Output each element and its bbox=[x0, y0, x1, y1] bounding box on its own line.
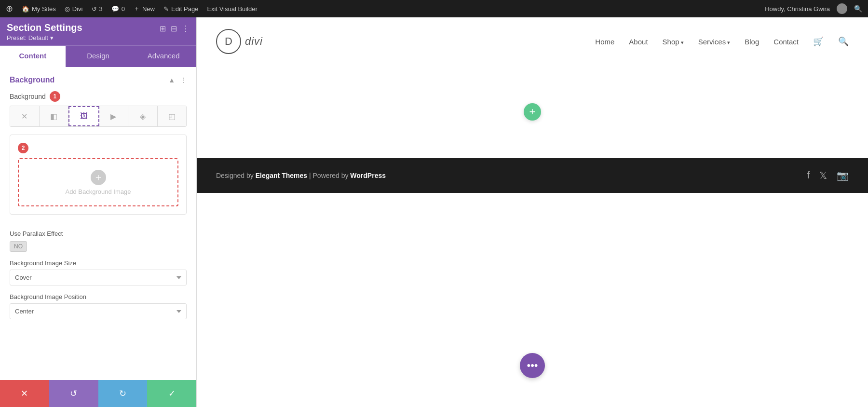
bg-type-mask[interactable]: ◰ bbox=[158, 106, 187, 126]
bg-image-icon: 🖼 bbox=[80, 112, 88, 121]
background-section-title: Background bbox=[10, 76, 54, 84]
more-options-icon[interactable]: ⋮ bbox=[182, 24, 190, 33]
logo-circle: D bbox=[216, 29, 241, 54]
wp-logo-icon[interactable]: ⊕ bbox=[6, 3, 13, 14]
new-link[interactable]: ＋ New bbox=[134, 4, 155, 13]
resize-icon[interactable]: ⊞ bbox=[160, 24, 166, 33]
parallax-section: Use Parallax Effect NO bbox=[0, 222, 196, 252]
edit-page-link[interactable]: ✎ Edit Page bbox=[163, 5, 198, 13]
bg-video-icon: ▶ bbox=[110, 112, 116, 121]
add-section-button[interactable]: + bbox=[524, 103, 541, 121]
step-1-badge: 1 bbox=[50, 91, 60, 102]
image-size-select[interactable]: Cover Contain Auto bbox=[10, 270, 187, 285]
website-preview: D divi Home About Shop Services Blog Con… bbox=[197, 17, 868, 407]
facebook-icon[interactable]: f bbox=[807, 170, 810, 181]
bg-mask-icon: ◰ bbox=[168, 112, 176, 121]
panel-header: Section Settings Preset: Default ▾ ⊞ ⊟ ⋮ bbox=[0, 17, 196, 45]
bg-type-pattern[interactable]: ◈ bbox=[128, 106, 158, 126]
nav-shop[interactable]: Shop bbox=[663, 38, 684, 46]
cancel-button[interactable]: ✕ bbox=[0, 380, 49, 407]
bg-type-video[interactable]: ▶ bbox=[99, 106, 129, 126]
background-type-buttons: ✕ ◧ 🖼 ▶ ◈ ◰ bbox=[10, 106, 187, 127]
footer-brand2: WordPress bbox=[350, 172, 386, 179]
new-icon: ＋ bbox=[134, 4, 140, 13]
nav-services[interactable]: Services bbox=[698, 38, 731, 46]
parallax-toggle-row: NO bbox=[10, 241, 187, 252]
instagram-icon[interactable]: 📷 bbox=[837, 170, 849, 181]
upload-label: Add Background Image bbox=[66, 188, 131, 195]
cart-icon[interactable]: 🛒 bbox=[813, 36, 824, 47]
step-2-badge: 2 bbox=[18, 143, 28, 153]
background-section: Background ▲ ⋮ Background 1 ✕ bbox=[0, 67, 196, 215]
my-sites-link[interactable]: 🏠 My Sites bbox=[22, 5, 56, 13]
user-avatar bbox=[837, 3, 847, 14]
bg-type-image[interactable]: 🖼 bbox=[68, 106, 99, 126]
footer-brand1: Elegant Themes bbox=[256, 172, 307, 179]
site-footer: Designed by Elegant Themes | Powered by … bbox=[197, 158, 868, 193]
nav-home[interactable]: Home bbox=[595, 38, 614, 46]
image-size-label: Background Image Size bbox=[10, 259, 187, 267]
section-header-icons: ▲ ⋮ bbox=[168, 76, 187, 84]
divi-icon: ◎ bbox=[65, 5, 70, 13]
image-size-field: Background Image Size Cover Contain Auto bbox=[10, 259, 187, 285]
tab-advanced[interactable]: Advanced bbox=[131, 46, 196, 67]
site-search-icon[interactable]: 🔍 bbox=[838, 36, 849, 47]
panel-content: Background ▲ ⋮ Background 1 ✕ bbox=[0, 67, 196, 407]
panel-tabs: Content Design Advanced bbox=[0, 45, 196, 67]
nav-contact[interactable]: Contact bbox=[773, 38, 799, 46]
panel-title: Section Settings bbox=[7, 22, 82, 33]
redo-button[interactable]: ↻ bbox=[98, 380, 148, 407]
footer-social: f 𝕏 📷 bbox=[807, 170, 849, 181]
lower-section: ••• bbox=[197, 193, 868, 407]
collapse-icon[interactable]: ▲ bbox=[168, 76, 175, 84]
panel-title-area: Section Settings Preset: Default ▾ bbox=[7, 22, 82, 41]
parallax-label: Use Parallax Effect bbox=[10, 230, 187, 237]
tab-design[interactable]: Design bbox=[66, 46, 131, 67]
tab-content[interactable]: Content bbox=[0, 46, 66, 67]
comments-link[interactable]: 💬 0 bbox=[111, 5, 125, 13]
site-nav: Home About Shop Services Blog Contact 🛒 … bbox=[595, 36, 849, 47]
add-background-image-button[interactable]: ＋ Add Background Image bbox=[18, 158, 178, 206]
image-position-select[interactable]: Center Top Left Top Center Top Right Cen… bbox=[10, 303, 187, 319]
floating-options-button[interactable]: ••• bbox=[520, 353, 545, 378]
parallax-toggle[interactable]: NO bbox=[10, 241, 27, 252]
nav-about[interactable]: About bbox=[629, 38, 648, 46]
my-sites-icon: 🏠 bbox=[22, 5, 29, 13]
panel-header-icons: ⊞ ⊟ ⋮ bbox=[160, 24, 190, 33]
bg-pattern-icon: ◈ bbox=[140, 112, 146, 121]
comments-icon: 💬 bbox=[111, 5, 119, 13]
image-position-field: Background Image Position Center Top Lef… bbox=[10, 293, 187, 319]
bg-type-none[interactable]: ✕ bbox=[10, 106, 40, 126]
main-layout: Section Settings Preset: Default ▾ ⊞ ⊟ ⋮… bbox=[0, 17, 868, 407]
exit-builder-link[interactable]: Exit Visual Builder bbox=[207, 5, 258, 13]
admin-search-icon[interactable]: 🔍 bbox=[854, 5, 862, 13]
save-button[interactable]: ✓ bbox=[147, 380, 196, 407]
admin-bar: ⊕ 🏠 My Sites ◎ Divi ↺ 3 💬 0 ＋ New ✎ Edit… bbox=[0, 0, 868, 17]
bg-color-icon: ◧ bbox=[50, 112, 57, 121]
background-label-row: Background 1 bbox=[10, 91, 187, 102]
undo-button[interactable]: ↺ bbox=[49, 380, 98, 407]
admin-bar-right: Howdy, Christina Gwira 🔍 bbox=[765, 3, 862, 14]
empty-section: + bbox=[197, 66, 868, 158]
layout-icon[interactable]: ⊟ bbox=[171, 24, 177, 33]
image-position-label: Background Image Position bbox=[10, 293, 187, 300]
twitter-icon[interactable]: 𝕏 bbox=[819, 170, 827, 181]
image-upload-container: 2 ＋ Add Background Image bbox=[10, 135, 187, 215]
logo-text: divi bbox=[245, 35, 263, 48]
bg-type-color[interactable]: ◧ bbox=[40, 106, 69, 126]
site-logo: D divi bbox=[216, 29, 263, 54]
section-settings-panel: Section Settings Preset: Default ▾ ⊞ ⊟ ⋮… bbox=[0, 17, 197, 407]
background-section-header: Background ▲ ⋮ bbox=[10, 76, 187, 84]
footer-text: Designed by Elegant Themes | Powered by … bbox=[216, 172, 386, 179]
howdy-text: Howdy, Christina Gwira bbox=[765, 5, 830, 13]
counter-icon: ↺ bbox=[92, 5, 97, 13]
edit-icon: ✎ bbox=[163, 5, 169, 13]
section-more-icon[interactable]: ⋮ bbox=[180, 76, 187, 84]
counter-link[interactable]: ↺ 3 bbox=[92, 5, 103, 13]
nav-blog[interactable]: Blog bbox=[745, 38, 759, 46]
site-header: D divi Home About Shop Services Blog Con… bbox=[197, 17, 868, 66]
add-image-plus-icon: ＋ bbox=[91, 170, 106, 185]
divi-link[interactable]: ◎ Divi bbox=[65, 5, 83, 13]
preset-label[interactable]: Preset: Default ▾ bbox=[7, 34, 82, 41]
action-bar: ✕ ↺ ↻ ✓ bbox=[0, 380, 196, 407]
